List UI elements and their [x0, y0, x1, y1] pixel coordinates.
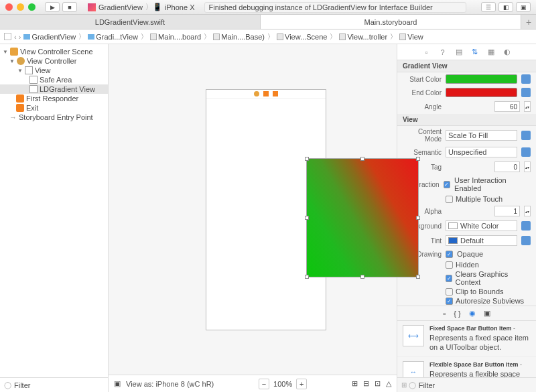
view-section: View [397, 114, 536, 126]
code-snippet-icon[interactable]: { } [454, 310, 460, 318]
end-color-well[interactable] [446, 88, 517, 97]
resize-handle[interactable] [416, 157, 420, 161]
zoom-in-button[interactable]: + [296, 379, 307, 389]
resize-handle[interactable] [305, 275, 309, 279]
attributes-inspector-icon[interactable]: ⇅ [470, 48, 480, 57]
tree-scene[interactable]: ▼View Controller Scene [0, 47, 108, 56]
scheme-selector[interactable]: GradientView 〉📱 iPhone X [88, 2, 195, 12]
align-icon[interactable]: ⊟ [363, 379, 369, 388]
start-color-well[interactable] [446, 74, 517, 84]
minimize-icon[interactable] [17, 3, 24, 11]
related-items-icon[interactable] [4, 33, 11, 40]
hidden-checkbox[interactable] [446, 261, 453, 269]
tab-bar: LDGradientView.swift Main.storyboard + [0, 15, 536, 29]
zoom-level: 100% [273, 380, 292, 388]
new-tab-button[interactable]: + [521, 15, 536, 29]
activity-status: Finished debugging instance of LDGradien… [204, 2, 467, 13]
resize-handle[interactable] [416, 216, 420, 220]
canvas-toolbar: ▣ View as: iPhone 8 (wC hR) − 100% + ⊞ ⊟… [109, 375, 397, 392]
window-controls [5, 3, 36, 11]
panels-button[interactable]: ▣ [516, 2, 531, 12]
zoom-out-button[interactable]: − [259, 379, 269, 389]
help-inspector-icon[interactable]: ? [438, 48, 448, 57]
tag-field[interactable] [494, 161, 520, 172]
angle-field[interactable] [494, 101, 520, 112]
angle-stepper[interactable]: ▴▾ [524, 101, 531, 112]
autoresize-checkbox[interactable]: ✓ [446, 298, 453, 305]
dropdown-icon[interactable] [521, 88, 531, 97]
editor-mode-button[interactable]: ☰ [481, 2, 496, 12]
tag-stepper[interactable]: ▴▾ [524, 161, 531, 172]
canvas[interactable]: → ▣ View as: iPhon [109, 44, 397, 392]
outline-filter[interactable]: ◯ Filter [0, 377, 108, 392]
file-template-icon[interactable]: ▫ [443, 310, 446, 318]
clip-bounds-checkbox[interactable] [446, 288, 453, 296]
tree-firstresponder[interactable]: First Responder [0, 94, 108, 103]
gradient-view-section: Gradient View [397, 60, 536, 72]
stop-button[interactable]: ■ [62, 2, 77, 12]
titlebar: ▶ ■ GradientView 〉📱 iPhone X Finished de… [0, 0, 536, 15]
jump-bar[interactable]: ‹ › GradientView〉 Gradi...tView〉 Main...… [0, 29, 536, 44]
alpha-stepper[interactable]: ▴▾ [524, 206, 531, 216]
firstresponder-icon[interactable] [263, 91, 269, 96]
lib-flexible-space[interactable]: ↔Flexible Space Bar Button Item - Repres… [397, 357, 536, 377]
scheme-name: GradientView [98, 3, 143, 11]
exit-icon[interactable] [273, 91, 278, 96]
zoom-icon[interactable] [28, 3, 36, 11]
semantic-select[interactable]: Unspecified [446, 147, 517, 157]
viewcontroller-icon[interactable] [254, 91, 259, 96]
tree-ldgradient[interactable]: LDGradient View [0, 84, 108, 94]
gradient-view-selected[interactable] [306, 158, 419, 277]
tree-entrypoint[interactable]: → Storyboard Entry Point [0, 113, 108, 122]
resolve-icon[interactable]: △ [386, 379, 391, 388]
background-select[interactable]: White Color [446, 220, 517, 231]
device-name: iPhone X [165, 3, 195, 11]
connections-inspector-icon[interactable]: ◐ [503, 48, 512, 57]
lib-fixed-space[interactable]: ⟷Fixed Space Bar Button Item - Represent… [397, 321, 536, 357]
tree-exit[interactable]: Exit [0, 103, 108, 113]
resize-handle[interactable] [416, 275, 420, 279]
resize-handle[interactable] [360, 275, 364, 279]
constraints-icon[interactable]: ⊞ [352, 379, 358, 388]
file-inspector-icon[interactable]: ▫ [422, 48, 431, 57]
resize-handle[interactable] [360, 157, 364, 161]
run-button[interactable]: ▶ [45, 2, 60, 12]
view-as-label[interactable]: View as: iPhone 8 (wC hR) [126, 380, 214, 388]
project-icon [88, 3, 96, 11]
tab-storyboard[interactable]: Main.storyboard [261, 15, 521, 29]
tree-safearea[interactable]: Safe Area [0, 75, 108, 84]
dropdown-icon[interactable] [521, 131, 531, 140]
close-icon[interactable] [5, 3, 13, 11]
tint-select[interactable]: Default [446, 235, 517, 246]
resize-handle[interactable] [305, 216, 309, 220]
dropdown-icon[interactable] [521, 236, 531, 245]
dropdown-icon[interactable] [521, 74, 531, 84]
tab-swift[interactable]: LDGradientView.swift [0, 15, 261, 29]
identity-inspector-icon[interactable]: ▤ [454, 48, 464, 57]
object-library: ▫ { } ◉ ▣ ⟷Fixed Space Bar Button Item -… [397, 306, 536, 392]
opaque-checkbox[interactable]: ✓ [446, 251, 453, 258]
object-library-icon[interactable]: ◉ [469, 309, 476, 318]
tree-viewcontroller[interactable]: ▼View Controller [0, 56, 108, 66]
inspector-tabs: ▫ ? ▤ ⇅ ▦ ◐ [397, 44, 536, 60]
tree-view[interactable]: ▼View [0, 66, 108, 75]
content-mode-select[interactable]: Scale To Fill [446, 130, 517, 141]
alpha-field[interactable] [494, 206, 520, 216]
library-filter[interactable]: ⊞ ◯ Filter [397, 377, 536, 392]
size-inspector-icon[interactable]: ▦ [486, 48, 496, 57]
assistant-button[interactable]: ◧ [498, 2, 513, 12]
clears-graphics-checkbox[interactable]: ✓ [446, 275, 452, 282]
dropdown-icon[interactable] [521, 221, 531, 231]
scene-dock[interactable] [206, 90, 326, 99]
dropdown-icon[interactable] [521, 147, 531, 157]
resize-handle[interactable] [305, 157, 309, 161]
pin-icon[interactable]: ⊡ [375, 379, 381, 388]
user-interaction-checkbox[interactable]: ✓ [444, 181, 450, 188]
media-library-icon[interactable]: ▣ [484, 309, 490, 318]
multiple-touch-checkbox[interactable] [446, 196, 453, 203]
document-outline: ▼View Controller Scene ▼View Controller … [0, 44, 109, 392]
